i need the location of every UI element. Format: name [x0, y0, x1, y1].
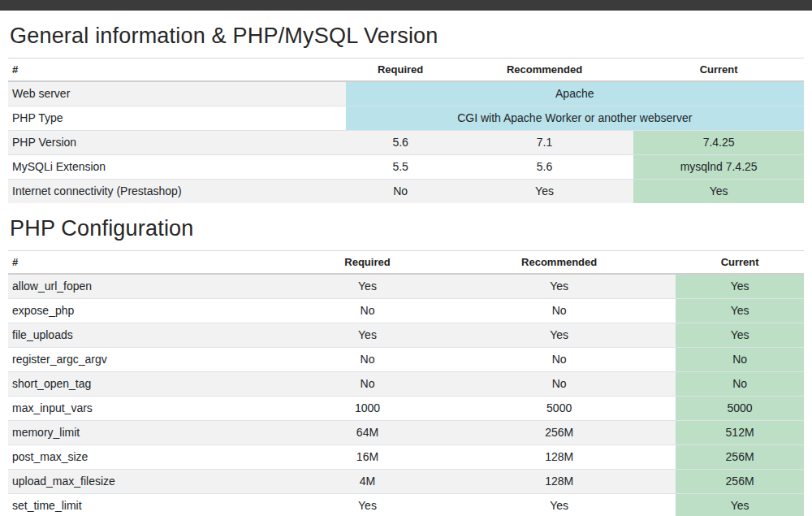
table-row: Web server Apache	[8, 81, 804, 106]
recommended-value: No	[443, 371, 676, 396]
table-row: memory_limit 64M 256M 512M	[8, 420, 804, 444]
table-row: set_time_limit Yes Yes Yes	[8, 493, 804, 516]
table-row: max_input_vars 1000 5000 5000	[8, 396, 804, 420]
row-label: PHP Type	[8, 106, 346, 130]
table-row: short_open_tag No No No	[8, 371, 804, 396]
row-label: short_open_tag	[8, 371, 292, 396]
recommended-value: Yes	[443, 493, 676, 516]
column-header-current: Current	[633, 59, 804, 82]
row-label: max_input_vars	[8, 396, 292, 420]
table-row: Internet connectivity (Prestashop) No Ye…	[8, 179, 804, 203]
row-label: allow_url_fopen	[8, 274, 292, 298]
table-header-row: # Required Recommended Current	[8, 59, 804, 82]
current-value: Yes	[676, 298, 804, 323]
row-label: PHP Version	[8, 130, 346, 154]
table-row: file_uploads Yes Yes Yes	[8, 323, 804, 347]
required-value: 16M	[292, 444, 443, 469]
required-value: No	[292, 347, 443, 371]
current-value: 512M	[676, 420, 804, 444]
current-value: 5000	[676, 396, 804, 420]
current-value: Yes	[676, 323, 804, 347]
span-value: Apache	[346, 81, 804, 106]
row-label: register_argc_argv	[8, 347, 292, 371]
required-value: No	[292, 371, 443, 396]
current-value: Yes	[676, 274, 804, 298]
column-header-required: Required	[346, 59, 456, 82]
column-header-recommended: Recommended	[443, 251, 676, 275]
column-header-required: Required	[292, 251, 443, 275]
column-header-recommended: Recommended	[456, 59, 634, 82]
current-value: 256M	[676, 469, 804, 493]
current-value: 7.4.25	[633, 130, 804, 154]
table-row: MySQLi Extension 5.5 5.6 mysqlnd 7.4.25	[8, 154, 804, 179]
table-row: expose_php No No Yes	[8, 298, 804, 323]
recommended-value: Yes	[443, 323, 676, 347]
recommended-value: No	[443, 298, 676, 323]
column-header-hash: #	[8, 251, 292, 275]
table-row: allow_url_fopen Yes Yes Yes	[8, 274, 804, 298]
row-label: file_uploads	[8, 323, 292, 347]
page-content: General information & PHP/MySQL Version …	[0, 24, 812, 516]
current-value: No	[676, 347, 804, 371]
required-value: 1000	[292, 396, 443, 420]
general-info-table: # Required Recommended Current Web serve…	[8, 58, 804, 203]
current-value: Yes	[633, 179, 804, 203]
required-value: No	[292, 298, 443, 323]
row-label: post_max_size	[8, 444, 292, 469]
row-label: upload_max_filesize	[8, 469, 292, 493]
required-value: No	[346, 179, 456, 203]
required-value: Yes	[292, 323, 443, 347]
current-value: mysqlnd 7.4.25	[633, 154, 804, 179]
recommended-value: 7.1	[456, 130, 634, 154]
row-label: MySQLi Extension	[8, 154, 346, 179]
section-title-php-config: PHP Configuration	[10, 216, 804, 241]
required-value: 64M	[292, 420, 443, 444]
table-row: post_max_size 16M 128M 256M	[8, 444, 804, 469]
row-label: memory_limit	[8, 420, 292, 444]
table-row: PHP Type CGI with Apache Worker or anoth…	[8, 106, 804, 130]
column-header-current: Current	[676, 251, 804, 275]
current-value: No	[676, 371, 804, 396]
current-value: 256M	[676, 444, 804, 469]
recommended-value: 5.6	[456, 154, 634, 179]
table-row: PHP Version 5.6 7.1 7.4.25	[8, 130, 804, 154]
recommended-value: 256M	[443, 420, 676, 444]
row-label: Internet connectivity (Prestashop)	[8, 179, 346, 203]
recommended-value: 128M	[443, 469, 676, 493]
required-value: 5.6	[346, 130, 456, 154]
recommended-value: Yes	[456, 179, 634, 203]
required-value: 5.5	[346, 154, 456, 179]
recommended-value: Yes	[443, 274, 676, 298]
row-label: Web server	[8, 81, 346, 106]
window-chrome-bar	[0, 0, 812, 11]
section-title-general: General information & PHP/MySQL Version	[10, 24, 804, 49]
recommended-value: No	[443, 347, 676, 371]
required-value: Yes	[292, 493, 443, 516]
recommended-value: 128M	[443, 444, 676, 469]
span-value: CGI with Apache Worker or another webser…	[346, 106, 804, 130]
recommended-value: 5000	[443, 396, 676, 420]
column-header-hash: #	[8, 59, 346, 82]
php-config-table: # Required Recommended Current allow_url…	[8, 250, 804, 516]
table-header-row: # Required Recommended Current	[8, 251, 804, 275]
current-value: Yes	[676, 493, 804, 516]
row-label: expose_php	[8, 298, 292, 323]
table-row: upload_max_filesize 4M 128M 256M	[8, 469, 804, 493]
required-value: 4M	[292, 469, 443, 493]
required-value: Yes	[292, 274, 443, 298]
row-label: set_time_limit	[8, 493, 292, 516]
table-row: register_argc_argv No No No	[8, 347, 804, 371]
